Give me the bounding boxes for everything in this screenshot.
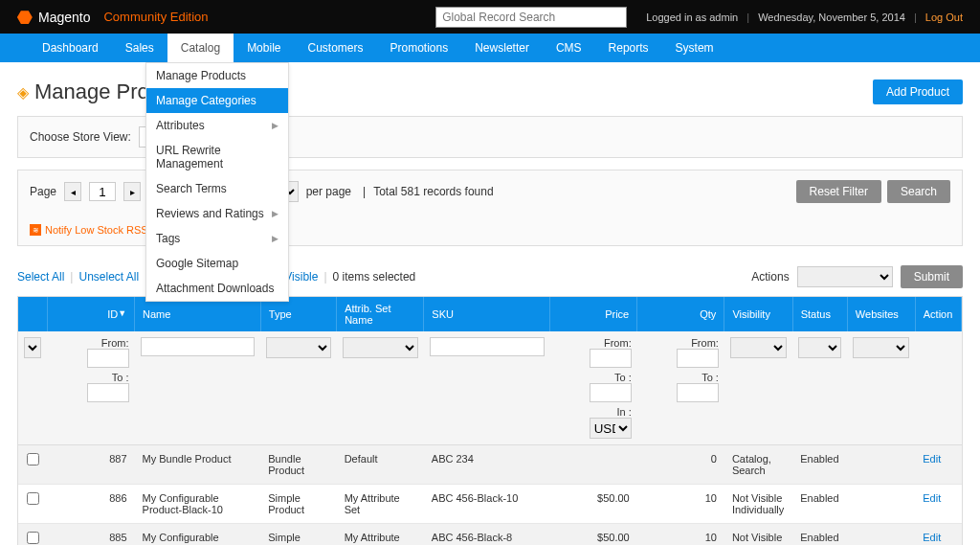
cell-attrset: My Attribute Set [337,524,424,546]
cell-visibility: Not Visible Individually [724,485,792,524]
catalog-dropdown: Manage ProductsManage CategoriesAttribut… [145,62,289,302]
cell-websites [847,445,915,485]
page-next-button[interactable]: ▸ [123,182,141,201]
col-qty[interactable]: Qty [637,297,724,331]
actions-select[interactable] [797,266,893,287]
global-search-input[interactable] [435,7,627,28]
dropdown-item[interactable]: Manage Products [146,63,288,88]
dropdown-item[interactable]: Attributes▶ [146,113,288,138]
nav-customers[interactable]: Customers [294,34,376,62]
col-sku[interactable]: SKU [424,297,550,331]
nav-reports[interactable]: Reports [595,34,662,62]
nav-catalog[interactable]: Catalog [167,34,234,62]
submit-button[interactable]: Submit [901,265,963,288]
logout-link[interactable]: Log Out [925,11,963,23]
date-label: Wednesday, November 5, 2014 [758,11,905,23]
table-row[interactable]: 886My Configurable Product-Black-10Simpl… [18,485,962,524]
table-row[interactable]: 887My Bundle ProductBundle ProductDefaul… [18,445,962,485]
nav-newsletter[interactable]: Newsletter [461,34,543,62]
select-all-link[interactable]: Select All [17,270,64,284]
row-checkbox[interactable] [27,532,39,544]
filter-websites[interactable] [853,337,909,358]
col-checkbox [18,297,47,331]
cell-type: Bundle Product [260,445,336,485]
filter-qty-from[interactable] [677,349,719,368]
rss-label: Notify Low Stock RSS [45,224,148,236]
col-price[interactable]: Price [550,297,637,331]
dropdown-item[interactable]: Google Sitemap [146,251,288,276]
cell-status: Enabled [792,485,847,524]
page-current-input[interactable] [89,182,116,201]
dropdown-item[interactable]: Attachment Downloads [146,276,288,301]
filter-sku[interactable] [430,337,545,356]
page-label: Page [30,185,56,198]
main-nav: Dashboard Sales Catalog Mobile Customers… [0,34,980,62]
filter-id-to[interactable] [87,383,129,402]
filter-attrset[interactable] [343,337,418,358]
col-attrset[interactable]: Attrib. Set Name [337,297,424,331]
filter-status[interactable] [798,337,841,358]
dropdown-item[interactable]: URL Rewrite Management [146,138,288,176]
filter-id-from[interactable] [87,349,129,368]
cell-websites [847,485,915,524]
logo-text: Magento [38,10,90,25]
filter-name[interactable] [141,337,256,356]
row-checkbox[interactable] [27,453,39,466]
col-websites[interactable]: Websites [847,297,915,331]
edit-link[interactable]: Edit [923,492,941,504]
search-button[interactable]: Search [887,180,950,203]
col-id[interactable]: ID▼ [47,297,134,331]
col-type[interactable]: Type [260,297,336,331]
login-info: Logged in as admin | Wednesday, November… [646,11,963,23]
filter-currency[interactable]: USD [590,418,632,439]
filter-any-select[interactable]: Any [24,337,41,358]
row-checkbox[interactable] [27,492,39,505]
unselect-all-link[interactable]: Unselect All [78,270,139,284]
chevron-right-icon: ▶ [272,234,278,243]
products-grid: ID▼ Name Type Attrib. Set Name SKU Price… [17,296,963,545]
nav-system[interactable]: System [662,34,727,62]
nav-dashboard[interactable]: Dashboard [29,34,112,62]
cell-status: Enabled [792,445,847,485]
cell-name: My Bundle Product [135,445,261,485]
col-action: Action [915,297,961,331]
nav-mobile[interactable]: Mobile [234,34,294,62]
reset-filter-button[interactable]: Reset Filter [796,180,881,203]
logged-in-label: Logged in as admin [646,11,738,23]
cell-id: 885 [47,524,134,546]
cell-qty: 0 [637,445,724,485]
cell-id: 887 [47,445,134,485]
col-name[interactable]: Name [135,297,261,331]
sort-desc-icon: ▼ [118,308,126,318]
nav-promotions[interactable]: Promotions [377,34,462,62]
col-visibility[interactable]: Visibility [724,297,792,331]
filter-price-to[interactable] [590,383,632,402]
col-status[interactable]: Status [792,297,847,331]
nav-cms[interactable]: CMS [543,34,595,62]
filter-row: Any From: To : From: To : In :USD From: … [18,331,962,445]
dropdown-item[interactable]: Search Terms [146,176,288,201]
logo: ⬣ Magento Community Edition [17,7,209,28]
cell-type: Simple Product [260,524,336,546]
cell-attrset: My Attribute Set [337,485,424,524]
dropdown-item[interactable]: Manage Categories [146,88,288,113]
add-product-button[interactable]: Add Product [873,79,963,104]
filter-qty-to[interactable] [677,383,719,402]
rss-link[interactable]: ≋ Notify Low Stock RSS [30,224,148,236]
global-search [435,7,627,28]
nav-sales[interactable]: Sales [112,34,167,62]
page-prev-button[interactable]: ◂ [64,182,81,201]
edit-link[interactable]: Edit [923,453,941,465]
table-row[interactable]: 885My Configurable Product-Black-8Simple… [18,524,962,546]
dropdown-item[interactable]: Tags▶ [146,226,288,251]
actions-label: Actions [751,270,789,284]
filter-visibility[interactable] [730,337,787,358]
edition-label: Community Edition [103,10,208,24]
dropdown-item[interactable]: Reviews and Ratings▶ [146,201,288,226]
cell-name: My Configurable Product-Black-8 [135,524,261,546]
store-view-label: Choose Store View: [30,130,131,144]
filter-price-from[interactable] [590,349,632,368]
cell-visibility: Not Visible Individually [724,524,792,546]
filter-type[interactable] [266,337,330,358]
edit-link[interactable]: Edit [923,532,941,543]
